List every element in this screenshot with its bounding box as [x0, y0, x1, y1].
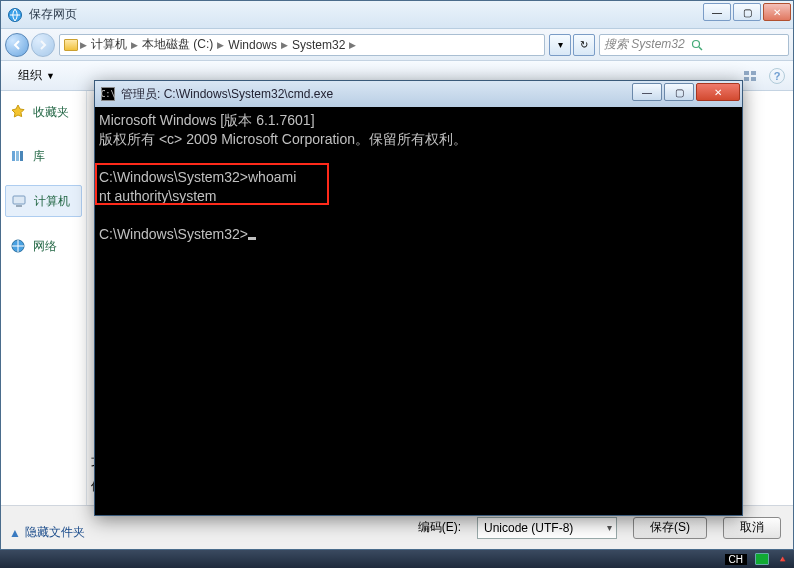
cmd-close-button[interactable]: ✕ — [696, 83, 740, 101]
svg-rect-8 — [16, 151, 19, 161]
cmd-output[interactable]: Microsoft Windows [版本 6.1.7601] 版权所有 <c>… — [95, 107, 742, 515]
sidebar: 收藏夹 库 计算机 网络 — [1, 91, 87, 505]
cmd-window-control-buttons: — ▢ ✕ — [632, 83, 740, 101]
chevron-down-icon: ▼ — [46, 71, 55, 81]
svg-point-1 — [692, 40, 699, 47]
sidebar-item-label: 网络 — [33, 238, 57, 255]
cmd-maximize-button[interactable]: ▢ — [664, 83, 694, 101]
cmd-line: C:\Windows\System32> — [99, 226, 248, 242]
search-icon — [691, 39, 703, 51]
cmd-window: C:\ 管理员: C:\Windows\System32\cmd.exe — ▢… — [94, 80, 743, 516]
breadcrumb[interactable]: ▶ 计算机 ▶ 本地磁盘 (C:) ▶ Windows ▶ System32 ▶ — [59, 34, 545, 56]
svg-rect-6 — [751, 77, 756, 81]
cmd-line: 版权所有 <c> 2009 Microsoft Corporation。保留所有… — [99, 131, 467, 147]
computer-icon — [10, 192, 28, 210]
network-icon — [9, 237, 27, 255]
save-label: 保存(S) — [650, 519, 690, 536]
organize-button[interactable]: 组织 ▼ — [9, 64, 64, 87]
breadcrumb-item-computer[interactable]: 计算机 — [89, 36, 129, 53]
cmd-titlebar[interactable]: C:\ 管理员: C:\Windows\System32\cmd.exe — ▢… — [95, 81, 742, 107]
svg-rect-10 — [13, 196, 25, 204]
close-button[interactable]: ✕ — [763, 3, 791, 21]
nav-forward-button[interactable] — [31, 33, 55, 57]
view-options-button[interactable] — [741, 67, 759, 85]
maximize-button[interactable]: ▢ — [733, 3, 761, 21]
ie-icon — [7, 7, 23, 23]
encoding-select[interactable]: Unicode (UTF-8) — [477, 517, 617, 539]
svg-rect-5 — [744, 77, 749, 81]
taskbar[interactable]: CH 🔺 — [0, 550, 794, 568]
tray-chevron-icon[interactable]: 🔺 — [777, 554, 788, 564]
chevron-right-icon: ▶ — [80, 40, 87, 50]
history-dropdown-button[interactable]: ▾ — [549, 34, 571, 56]
hide-folders-label: 隐藏文件夹 — [25, 524, 85, 541]
window-title: 保存网页 — [29, 6, 77, 23]
save-dialog-titlebar[interactable]: 保存网页 — ▢ ✕ — [1, 1, 793, 29]
sidebar-item-label: 库 — [33, 148, 45, 165]
sidebar-item-network[interactable]: 网络 — [5, 231, 82, 261]
star-icon — [9, 103, 27, 121]
search-input[interactable]: 搜索 System32 — [599, 34, 789, 56]
svg-line-2 — [699, 47, 702, 50]
sidebar-item-libraries[interactable]: 库 — [5, 141, 82, 171]
cmd-line: nt authority\system — [99, 188, 217, 204]
chevron-right-icon: ▶ — [349, 40, 356, 50]
svg-rect-11 — [16, 205, 22, 207]
window-control-buttons: — ▢ ✕ — [703, 3, 791, 21]
hide-folders-link[interactable]: ▲ 隐藏文件夹 — [9, 524, 85, 541]
breadcrumb-item-cdrive[interactable]: 本地磁盘 (C:) — [140, 36, 215, 53]
folder-icon — [64, 39, 78, 51]
svg-rect-3 — [744, 71, 749, 75]
cmd-icon: C:\ — [101, 87, 115, 101]
svg-rect-9 — [20, 151, 23, 161]
tray-battery-icon[interactable] — [755, 553, 769, 565]
ime-indicator[interactable]: CH — [725, 554, 747, 565]
search-placeholder-text: 搜索 System32 — [604, 36, 685, 53]
chevron-right-icon: ▶ — [217, 40, 224, 50]
breadcrumb-item-system32[interactable]: System32 — [290, 38, 347, 52]
encoding-value: Unicode (UTF-8) — [484, 521, 573, 535]
sidebar-item-label: 计算机 — [34, 193, 70, 210]
svg-rect-4 — [751, 71, 756, 75]
cancel-label: 取消 — [740, 519, 764, 536]
sidebar-item-computer[interactable]: 计算机 — [5, 185, 82, 217]
help-button[interactable]: ? — [769, 68, 785, 84]
organize-label: 组织 — [18, 67, 42, 84]
cancel-button[interactable]: 取消 — [723, 517, 781, 539]
breadcrumb-item-windows[interactable]: Windows — [226, 38, 279, 52]
nav-bar: ▶ 计算机 ▶ 本地磁盘 (C:) ▶ Windows ▶ System32 ▶… — [1, 29, 793, 61]
library-icon — [9, 147, 27, 165]
cmd-minimize-button[interactable]: — — [632, 83, 662, 101]
svg-rect-7 — [12, 151, 15, 161]
sidebar-item-label: 收藏夹 — [33, 104, 69, 121]
save-button[interactable]: 保存(S) — [633, 517, 707, 539]
chevron-up-icon: ▲ — [9, 526, 21, 540]
cmd-title: 管理员: C:\Windows\System32\cmd.exe — [121, 86, 333, 103]
cmd-line: Microsoft Windows [版本 6.1.7601] — [99, 112, 315, 128]
nav-back-button[interactable] — [5, 33, 29, 57]
sidebar-item-favorites[interactable]: 收藏夹 — [5, 97, 82, 127]
chevron-right-icon: ▶ — [281, 40, 288, 50]
cmd-cursor — [248, 237, 256, 240]
chevron-right-icon: ▶ — [131, 40, 138, 50]
cmd-line: C:\Windows\System32>whoami — [99, 169, 296, 185]
minimize-button[interactable]: — — [703, 3, 731, 21]
encoding-label: 编码(E): — [418, 519, 461, 536]
refresh-button[interactable]: ↻ — [573, 34, 595, 56]
